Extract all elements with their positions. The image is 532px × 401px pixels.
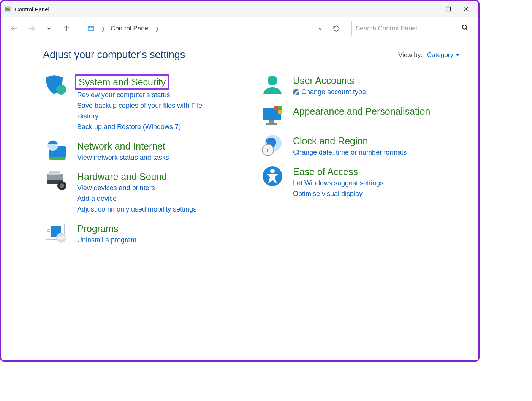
viewby-value: Category <box>427 51 453 59</box>
category-link[interactable]: Change account type <box>293 87 366 98</box>
svg-point-47 <box>270 169 275 173</box>
category-user-accounts: User Accounts Change account type <box>259 74 459 98</box>
user-accounts-icon <box>259 74 286 96</box>
category-link[interactable]: Adjust commonly used mobility settings <box>77 204 196 215</box>
category-title[interactable]: Clock and Region <box>291 135 370 147</box>
category-link[interactable]: View network status and tasks <box>77 153 169 163</box>
svg-rect-6 <box>446 7 451 11</box>
category-link[interactable]: View devices and printers <box>77 183 196 194</box>
category-link[interactable]: Save backup copies of your files with Fi… <box>77 101 210 122</box>
viewby-label: View by: <box>398 51 423 59</box>
chevron-right-icon[interactable]: ❯ <box>154 26 160 32</box>
category-link[interactable]: Change date, time or number formats <box>293 147 407 158</box>
viewby-dropdown[interactable]: Category <box>427 51 459 59</box>
svg-rect-39 <box>274 106 278 110</box>
search-icon[interactable] <box>461 24 469 33</box>
svg-rect-36 <box>263 108 281 120</box>
svg-rect-14 <box>89 27 91 28</box>
category-title[interactable]: Programs <box>75 223 120 235</box>
chevron-right-icon: ❯ <box>100 26 106 32</box>
svg-point-19 <box>56 85 66 95</box>
nav-toolbar: ❯ Control Panel ❯ <box>1 17 478 40</box>
svg-point-34 <box>56 236 66 240</box>
category-column-right: User Accounts Change account type <box>259 74 459 253</box>
category-link[interactable]: Let Windows suggest settings <box>293 178 383 189</box>
category-title[interactable]: Hardware and Sound <box>75 171 169 183</box>
svg-marker-18 <box>456 54 459 56</box>
maximize-button[interactable] <box>440 3 457 15</box>
category-link[interactable]: Uninstall a program <box>77 235 136 246</box>
category-title[interactable]: Network and Internet <box>75 140 168 153</box>
category-clock-and-region: L Clock and Region Change date, time or … <box>259 134 459 158</box>
category-hardware-and-sound: Hardware and Sound View devices and prin… <box>43 170 244 215</box>
category-programs: Programs Uninstall a program <box>43 222 244 246</box>
address-icon <box>87 25 94 32</box>
window-title: Control Panel <box>15 6 49 13</box>
programs-icon <box>43 222 70 245</box>
svg-point-35 <box>268 76 277 85</box>
svg-rect-4 <box>6 9 11 11</box>
address-bar[interactable]: ❯ Control Panel ❯ <box>84 21 346 36</box>
close-button[interactable] <box>457 3 475 15</box>
svg-line-17 <box>466 28 468 30</box>
svg-rect-22 <box>49 157 66 160</box>
category-appearance-and-personalisation: Appearance and Personalisation <box>259 104 459 127</box>
address-dropdown-button[interactable] <box>314 22 327 35</box>
svg-point-27 <box>60 183 64 188</box>
category-title[interactable]: Ease of Access <box>291 166 360 178</box>
category-ease-of-access: Ease of Access Let Windows suggest setti… <box>259 165 459 199</box>
category-title[interactable]: Appearance and Personalisation <box>291 105 432 118</box>
category-network-and-internet: Network and Internet View network status… <box>43 139 244 163</box>
printer-camera-icon <box>43 170 70 193</box>
svg-rect-24 <box>49 171 60 175</box>
svg-rect-15 <box>91 27 93 28</box>
page-title: Adjust your computer's settings <box>43 49 185 61</box>
svg-rect-42 <box>278 110 282 114</box>
recent-dropdown-button[interactable] <box>41 21 57 36</box>
svg-rect-3 <box>8 8 10 9</box>
network-globe-icon <box>43 139 70 162</box>
category-link[interactable]: Back up and Restore (Windows 7) <box>77 122 210 133</box>
svg-text:L: L <box>266 147 269 153</box>
refresh-button[interactable] <box>330 22 343 35</box>
viewby-control: View by: Category <box>398 51 459 59</box>
forward-button[interactable] <box>24 21 39 36</box>
app-icon <box>5 6 12 13</box>
minimize-button[interactable] <box>422 3 440 15</box>
breadcrumb-control-panel[interactable]: Control Panel <box>109 25 151 32</box>
category-system-and-security: System and Security Review your computer… <box>43 74 244 133</box>
svg-rect-41 <box>274 110 278 114</box>
shield-security-icon <box>43 74 70 96</box>
category-link[interactable]: Optimise visual display <box>293 189 383 199</box>
up-button[interactable] <box>59 21 74 36</box>
svg-rect-40 <box>278 106 282 110</box>
category-column-left: System and Security Review your computer… <box>43 74 244 253</box>
svg-rect-38 <box>266 123 277 125</box>
titlebar: Control Panel <box>1 1 478 17</box>
content-area: Adjust your computer's settings View by:… <box>1 40 478 253</box>
clock-globe-icon: L <box>259 134 286 157</box>
back-button[interactable] <box>6 21 22 36</box>
category-title[interactable]: User Accounts <box>291 74 356 87</box>
ease-of-access-icon <box>259 165 286 188</box>
category-link[interactable]: Add a device <box>77 194 196 204</box>
appearance-icon <box>259 104 286 127</box>
svg-rect-2 <box>6 8 8 9</box>
search-box[interactable] <box>352 21 473 36</box>
category-link[interactable]: Review your computer's status <box>77 90 210 101</box>
svg-rect-37 <box>269 120 274 123</box>
search-input[interactable] <box>356 25 459 32</box>
svg-point-16 <box>462 25 467 29</box>
category-title[interactable]: System and Security <box>75 74 169 90</box>
